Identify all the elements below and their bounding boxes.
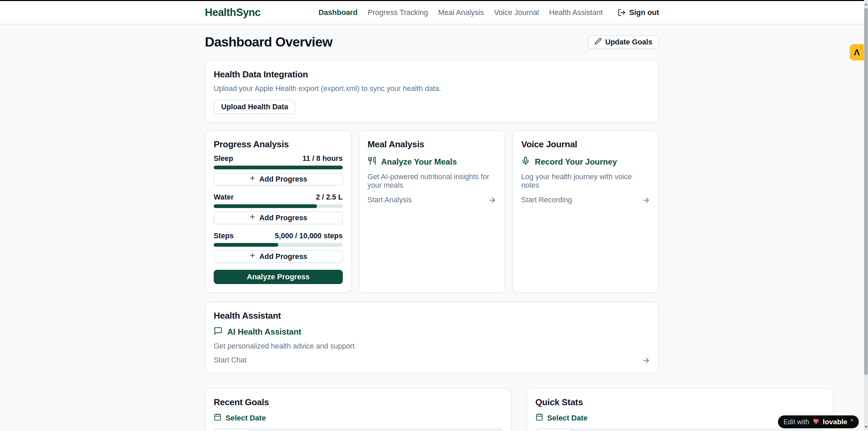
sign-out-button[interactable]: Sign out xyxy=(618,8,659,17)
date-tab-today[interactable]: Today xyxy=(537,430,571,431)
assistant-feature-heading: AI Health Assistant xyxy=(227,327,301,337)
meal-feature-heading: Analyze Your Meals xyxy=(381,157,457,167)
start-chat-label: Start Chat xyxy=(214,356,247,364)
add-progress-water-button[interactable]: Add Progress xyxy=(214,211,343,224)
integration-title: Health Data Integration xyxy=(214,69,650,80)
sign-out-label: Sign out xyxy=(629,8,659,17)
date-tab-thu-jan-30[interactable]: Thu, Jan 30 xyxy=(367,430,411,431)
steps-progress-fill xyxy=(214,243,278,247)
quick-stats-date-tabs: Today Yesterday Sat, Feb 1 Fri, Jan 31 T… xyxy=(535,428,825,431)
quick-stats-title: Quick Stats xyxy=(535,397,825,408)
meal-analysis-title: Meal Analysis xyxy=(368,139,497,150)
metric-steps: Steps 5,000 / 10,000 steps Add Progress xyxy=(214,232,343,263)
integration-description: Upload your Apple Health export (export.… xyxy=(214,85,650,93)
pencil-icon xyxy=(595,38,602,47)
plus-icon xyxy=(249,252,256,261)
assistant-feature-description: Get personalized health advice and suppo… xyxy=(214,342,650,351)
start-analysis-label: Start Analysis xyxy=(368,196,412,204)
progress-analysis-title: Progress Analysis xyxy=(214,139,343,150)
recent-goals-date-tabs: Today Yesterday Sat, Feb 1 Fri, Jan 31 T… xyxy=(214,428,503,431)
lovable-brand-label: lovable xyxy=(823,418,847,426)
date-tab-fri-jan-31[interactable]: Fri, Jan 31 xyxy=(327,430,367,431)
water-progress-bar xyxy=(214,204,343,208)
health-assistant-card: Health Assistant AI Health Assistant Get… xyxy=(205,302,659,373)
arrow-right-icon xyxy=(642,356,650,364)
voice-feature-heading: Record Your Journey xyxy=(535,157,617,167)
recent-goals-title: Recent Goals xyxy=(214,397,503,408)
scroll-up-arrow[interactable] xyxy=(864,2,868,6)
nav-dashboard[interactable]: Dashboard xyxy=(318,8,357,17)
meal-feature-description: Get AI-powered nutritional insights for … xyxy=(368,173,497,190)
scrollbar-thumb[interactable] xyxy=(864,8,868,375)
nav-health-assistant[interactable]: Health Assistant xyxy=(549,8,603,17)
metric-water: Water 2 / 2.5 L Add Progress xyxy=(214,193,343,224)
meal-analysis-card: Meal Analysis Analyze Your Meals Get AI-… xyxy=(359,130,506,293)
update-goals-button[interactable]: Update Goals xyxy=(588,35,659,49)
update-goals-label: Update Goals xyxy=(605,38,652,46)
date-tab-yesterday[interactable]: Yesterday xyxy=(571,430,609,431)
nav-meal-analysis[interactable]: Meal Analysis xyxy=(438,8,484,17)
nav-progress-tracking[interactable]: Progress Tracking xyxy=(368,8,428,17)
edit-with-lovable-badge[interactable]: Edit with lovable × xyxy=(778,415,859,428)
add-progress-label: Add Progress xyxy=(259,175,307,184)
nav-voice-journal[interactable]: Voice Journal xyxy=(494,8,539,17)
metric-value: 11 / 8 hours xyxy=(302,154,342,163)
analyze-progress-button[interactable]: Analyze Progress xyxy=(214,270,343,284)
plus-icon xyxy=(249,175,256,184)
plus-icon xyxy=(249,213,256,222)
progress-analysis-card: Progress Analysis Sleep 11 / 8 hours Add… xyxy=(205,130,352,293)
select-date-label: Select Date xyxy=(226,414,266,423)
arrow-right-icon xyxy=(642,196,650,204)
extension-side-badge[interactable]: Λ' xyxy=(850,44,864,60)
metric-value: 2 / 2.5 L xyxy=(316,193,343,202)
health-assistant-title: Health Assistant xyxy=(214,311,650,321)
recent-goals-select-date[interactable]: Select Date xyxy=(214,413,503,423)
date-tab-today[interactable]: Today xyxy=(215,430,249,431)
date-tab-fri-jan-31[interactable]: Fri, Jan 31 xyxy=(649,430,689,431)
date-tab-wed-jan-29[interactable]: Wed, Jan 29 xyxy=(411,430,458,431)
metric-value: 5,000 / 10,000 steps xyxy=(275,232,343,240)
add-progress-label: Add Progress xyxy=(259,214,307,222)
date-tab-thu-jan-30[interactable]: Thu, Jan 30 xyxy=(689,430,733,431)
heart-icon xyxy=(812,417,820,426)
health-data-integration-card: Health Data Integration Upload your Appl… xyxy=(205,60,659,123)
date-tab-sat-feb-1[interactable]: Sat, Feb 1 xyxy=(609,430,649,431)
select-date-label: Select Date xyxy=(547,414,588,423)
upload-health-data-button[interactable]: Upload Health Data xyxy=(214,100,296,114)
metric-label: Water xyxy=(214,193,234,202)
microphone-icon xyxy=(521,156,530,167)
scroll-down-arrow[interactable] xyxy=(864,425,868,429)
recent-goals-card: Recent Goals Select Date Today Yesterday… xyxy=(205,388,512,431)
voice-journal-card: Voice Journal Record Your Journey Log yo… xyxy=(512,130,659,293)
start-chat-link[interactable]: Start Chat xyxy=(214,356,650,364)
main-nav: Dashboard Progress Tracking Meal Analysi… xyxy=(318,8,659,17)
start-analysis-link[interactable]: Start Analysis xyxy=(368,196,497,204)
water-progress-fill xyxy=(214,204,317,208)
app-logo: HealthSync xyxy=(205,6,261,19)
date-tab-tue-jan-28[interactable]: Tue, Jan 28 xyxy=(779,430,823,431)
sleep-progress-fill xyxy=(214,166,343,169)
badge-close-icon[interactable]: × xyxy=(850,417,853,423)
calendar-icon xyxy=(535,413,543,423)
calendar-icon xyxy=(214,413,222,423)
scrollbar-track[interactable] xyxy=(864,0,868,431)
badge-logo-icon: Λ' xyxy=(854,48,860,57)
start-recording-link[interactable]: Start Recording xyxy=(521,196,650,204)
voice-feature-description: Log your health journey with voice notes xyxy=(521,173,650,190)
app-header: HealthSync Dashboard Progress Tracking M… xyxy=(0,1,864,24)
date-tab-tue-jan-28[interactable]: Tue, Jan 28 xyxy=(458,430,501,431)
add-progress-sleep-button[interactable]: Add Progress xyxy=(214,173,343,186)
date-tab-sat-feb-1[interactable]: Sat, Feb 1 xyxy=(288,430,327,431)
metric-sleep: Sleep 11 / 8 hours Add Progress xyxy=(214,154,343,186)
add-progress-label: Add Progress xyxy=(259,252,307,261)
logout-icon xyxy=(618,8,626,17)
chat-bubble-icon xyxy=(214,326,223,337)
date-tab-wed-jan-29[interactable]: Wed, Jan 29 xyxy=(733,430,779,431)
date-tab-yesterday[interactable]: Yesterday xyxy=(249,430,287,431)
arrow-right-icon xyxy=(488,196,496,204)
utensils-icon xyxy=(368,156,376,167)
steps-progress-bar xyxy=(214,243,343,247)
metric-label: Sleep xyxy=(214,154,233,163)
add-progress-steps-button[interactable]: Add Progress xyxy=(214,250,343,263)
start-recording-label: Start Recording xyxy=(521,196,572,204)
